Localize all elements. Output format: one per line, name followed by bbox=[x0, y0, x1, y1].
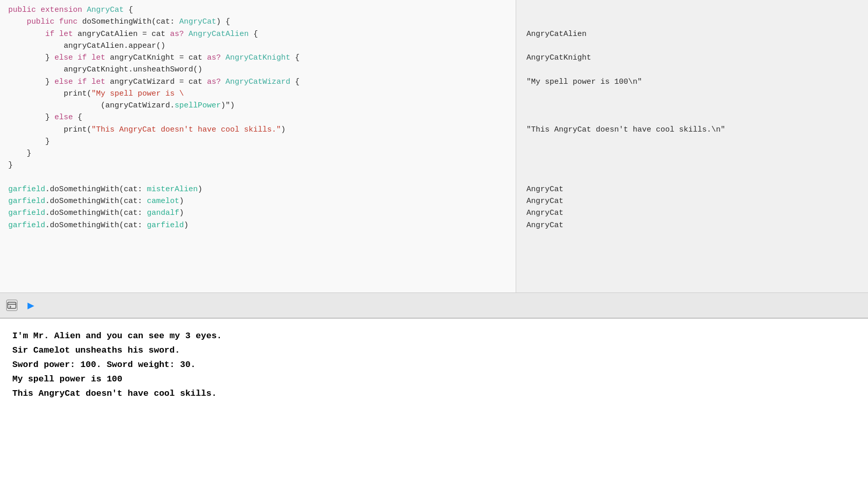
play-icon: ▶ bbox=[27, 299, 34, 313]
result-line bbox=[526, 64, 858, 76]
result-line: "This AngryCat doesn't have cool skills.… bbox=[526, 124, 858, 136]
output-line: This AngryCat doesn't have cool skills. bbox=[12, 387, 856, 401]
result-line bbox=[526, 136, 858, 148]
code-line: } else { bbox=[8, 112, 507, 123]
code-panel: public extension AngryCat { public func … bbox=[0, 0, 516, 292]
code-line: garfield.doSomethingWith(cat: garfield) bbox=[8, 219, 507, 231]
result-line bbox=[526, 16, 858, 28]
code-line: garfield.doSomethingWith(cat: camelot) bbox=[8, 195, 507, 207]
svg-rect-0 bbox=[8, 302, 16, 308]
expand-icon[interactable] bbox=[6, 300, 17, 311]
result-line: AngryCatAlien bbox=[526, 28, 858, 40]
code-line: } else if let angryCatKnight = cat as? A… bbox=[8, 52, 507, 64]
result-line: AngryCat bbox=[526, 219, 858, 231]
code-line: angryCatKnight.unsheathSword() bbox=[8, 64, 507, 76]
result-line bbox=[526, 40, 858, 52]
code-line: } bbox=[8, 136, 507, 148]
output-line: Sword power: 100. Sword weight: 30. bbox=[12, 358, 856, 372]
code-line: } bbox=[8, 148, 507, 159]
result-line bbox=[526, 159, 858, 171]
code-line: } else if let angryCatWizard = cat as? A… bbox=[8, 76, 507, 88]
result-line bbox=[526, 148, 858, 159]
result-line bbox=[526, 4, 858, 16]
result-line: AngryCat bbox=[526, 184, 858, 195]
result-line bbox=[526, 100, 858, 112]
code-line bbox=[8, 172, 507, 184]
result-line: AngryCat bbox=[526, 195, 858, 207]
code-line: print("My spell power is \ bbox=[8, 88, 507, 100]
code-line: public extension AngryCat { bbox=[8, 4, 507, 16]
output-area: I'm Mr. Alien and you can see my 3 eyes.… bbox=[0, 319, 868, 477]
code-line: public func doSomethingWith(cat: AngryCa… bbox=[8, 16, 507, 28]
result-line bbox=[526, 112, 858, 123]
result-line: "My spell power is 100\n" bbox=[526, 76, 858, 88]
play-button[interactable]: ▶ bbox=[24, 298, 38, 313]
code-line: print("This AngryCat doesn't have cool s… bbox=[8, 124, 507, 136]
toolbar: ▶ bbox=[0, 293, 868, 319]
result-line: AngryCatKnight bbox=[526, 52, 858, 64]
code-area: public extension AngryCat { public func … bbox=[0, 0, 868, 293]
result-panel: AngryCatAlien AngryCatKnight "My spell p… bbox=[516, 0, 868, 292]
code-line: garfield.doSomethingWith(cat: gandalf) bbox=[8, 207, 507, 219]
output-line: Sir Camelot unsheaths his sword. bbox=[12, 343, 856, 358]
result-line: AngryCat bbox=[526, 207, 858, 219]
output-line: I'm Mr. Alien and you can see my 3 eyes. bbox=[12, 329, 856, 343]
output-line: My spell power is 100 bbox=[12, 372, 856, 387]
code-line: (angryCatWizard.spellPower)") bbox=[8, 100, 507, 112]
result-line bbox=[526, 88, 858, 100]
result-line bbox=[526, 172, 858, 184]
code-line: if let angryCatAlien = cat as? AngryCatA… bbox=[8, 28, 507, 40]
code-line: garfield.doSomethingWith(cat: misterAlie… bbox=[8, 184, 507, 195]
code-line: angryCatAlien.appear() bbox=[8, 40, 507, 52]
code-line: } bbox=[8, 159, 507, 171]
